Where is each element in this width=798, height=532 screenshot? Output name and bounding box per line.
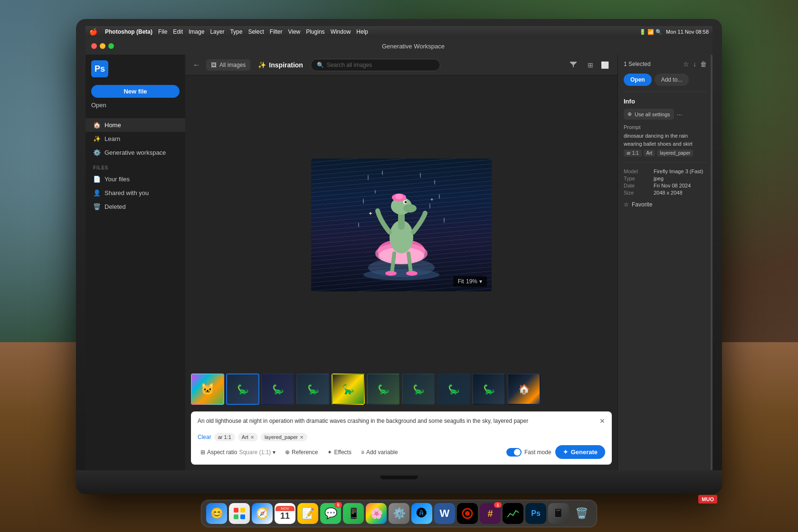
dock-slack[interactable]: # 1 bbox=[480, 503, 501, 524]
aspect-ratio-button[interactable]: ⊞ Aspect ratio Square (1:1) ▾ bbox=[198, 447, 278, 457]
menu-select[interactable]: Select bbox=[248, 28, 264, 35]
thumbnail-8[interactable]: 🦕 bbox=[437, 373, 470, 405]
thumbnail-2[interactable]: 🦕 bbox=[226, 373, 259, 405]
filter-button[interactable] bbox=[566, 58, 581, 71]
prompt-text: An old lighthouse at night in operation … bbox=[198, 417, 596, 425]
prompt-label: Prompt bbox=[624, 124, 707, 130]
svg-point-8 bbox=[403, 204, 417, 213]
thumbnail-5[interactable]: 🦕 bbox=[332, 373, 365, 405]
view-toggle: ⊞ ⬜ bbox=[585, 59, 612, 71]
info-section: Info ⊕ Use all settings ··· Prompt dinos… bbox=[624, 98, 707, 157]
dock-calendar[interactable]: NOV 11 bbox=[275, 503, 295, 524]
dock-safari[interactable]: 🧭 bbox=[252, 503, 273, 524]
add-variable-button[interactable]: ≡ Add variable bbox=[358, 447, 401, 457]
thumbnail-3[interactable]: 🦕 bbox=[261, 373, 294, 405]
menu-file[interactable]: File bbox=[158, 28, 167, 35]
all-images-button[interactable]: 🖼 All images bbox=[206, 59, 250, 71]
reference-button[interactable]: ⊕ Reference bbox=[282, 447, 321, 457]
panel-tag-ar: ar 1:1 bbox=[624, 149, 642, 157]
sparkle-icon: ✨ bbox=[258, 61, 266, 69]
fit-control[interactable]: Fit 19% ▾ bbox=[453, 276, 487, 287]
inspiration-tab[interactable]: ✨ Inspiration bbox=[254, 59, 307, 71]
clear-button[interactable]: Clear bbox=[198, 434, 211, 440]
dock-messages[interactable]: 💬 5 bbox=[320, 503, 341, 524]
right-panel: 1 Selected ☆ ↓ 🗑 Open Add to... bbox=[618, 55, 712, 470]
files-section-label: FILES bbox=[86, 159, 185, 172]
dock-photoshop[interactable]: Ps bbox=[525, 503, 546, 524]
thumbnail-7[interactable]: 🦕 bbox=[402, 373, 435, 405]
search-icon: 🔍 bbox=[317, 62, 324, 68]
grid-view-button[interactable]: ⊞ bbox=[585, 59, 596, 71]
thumbnail-9[interactable]: 🦕 bbox=[472, 373, 505, 405]
menu-view[interactable]: View bbox=[288, 28, 300, 35]
more-options-button[interactable]: ··· bbox=[677, 111, 683, 118]
delete-icon[interactable]: 🗑 bbox=[700, 60, 707, 68]
star-icon[interactable]: ☆ bbox=[683, 60, 689, 68]
sidebar-item-shared[interactable]: 👤 Shared with you bbox=[86, 186, 185, 200]
svg-point-12 bbox=[395, 194, 403, 199]
dock-system-prefs[interactable]: ⚙️ bbox=[389, 503, 409, 524]
fast-mode-toggle[interactable]: Fast mode bbox=[506, 448, 551, 457]
dock-finder[interactable]: 😊 bbox=[206, 503, 227, 524]
thumbnail-6[interactable]: 🦕 bbox=[367, 373, 400, 405]
maximize-button[interactable] bbox=[108, 43, 114, 49]
dock-davinci[interactable] bbox=[457, 503, 478, 524]
add-to-button[interactable]: Add to... bbox=[655, 74, 689, 86]
menu-image[interactable]: Image bbox=[189, 28, 204, 35]
minimize-button[interactable] bbox=[100, 43, 105, 49]
generate-button[interactable]: ✦ Generate bbox=[555, 445, 605, 459]
menu-layer[interactable]: Layer bbox=[210, 28, 224, 35]
dock-stocks[interactable] bbox=[503, 503, 523, 524]
open-button[interactable]: Open bbox=[624, 74, 652, 86]
main-image-container: ✦ ✦ Fit 19% ▾ bbox=[191, 81, 612, 369]
menu-filter[interactable]: Filter bbox=[270, 28, 283, 35]
menu-plugins[interactable]: Plugins bbox=[306, 28, 324, 35]
prompt-tags: Clear ar 1:1 Art ✕ layered_paper bbox=[198, 433, 605, 441]
menu-help[interactable]: Help bbox=[356, 28, 368, 35]
images-icon: 🖼 bbox=[211, 62, 217, 68]
open-link[interactable]: Open bbox=[91, 100, 180, 111]
model-label: Model bbox=[624, 168, 652, 174]
dock-notes[interactable]: 📝 bbox=[297, 503, 318, 524]
favorite-button[interactable]: ☆ Favorite bbox=[624, 201, 707, 208]
thumbnail-4[interactable]: 🦕 bbox=[296, 373, 330, 405]
sidebar-item-deleted[interactable]: 🗑️ Deleted bbox=[86, 200, 185, 214]
apple-menu[interactable]: 🍎 bbox=[89, 28, 97, 36]
back-button[interactable]: ← bbox=[191, 59, 202, 71]
home-icon: 🏠 bbox=[93, 121, 101, 129]
dock-app-store[interactable]: 🅐 bbox=[411, 503, 432, 524]
dock-photos[interactable]: 🌸 bbox=[366, 503, 387, 524]
dock-launchpad[interactable] bbox=[229, 503, 250, 524]
size-value: 2048 x 2048 bbox=[654, 190, 707, 196]
new-file-button[interactable]: New file bbox=[91, 85, 180, 98]
main-image[interactable]: ✦ ✦ Fit 19% ▾ bbox=[311, 159, 492, 291]
download-icon[interactable]: ↓ bbox=[693, 60, 696, 68]
dock-word[interactable]: W bbox=[434, 503, 455, 524]
thumbnail-1[interactable]: 🐱 bbox=[191, 373, 224, 405]
sidebar-item-home[interactable]: 🏠 Home bbox=[86, 118, 185, 132]
tag-layered-paper-remove[interactable]: ✕ bbox=[300, 435, 304, 440]
search-bar[interactable]: 🔍 Search all images bbox=[311, 59, 441, 71]
single-view-button[interactable]: ⬜ bbox=[598, 59, 612, 71]
dock-trash[interactable]: 🗑️ bbox=[571, 503, 592, 524]
sidebar-item-generative-workspace[interactable]: ⚙️ Generative workspace bbox=[86, 146, 185, 159]
main-content: ← 🖼 All images ✨ Inspiration 🔍 Search al… bbox=[185, 55, 618, 470]
dock-phone[interactable]: 📱 bbox=[343, 503, 364, 524]
dock-calculator[interactable]: 🖩 bbox=[548, 503, 569, 524]
generative-icon: ⚙️ bbox=[93, 149, 101, 156]
fast-mode-switch[interactable] bbox=[506, 448, 522, 457]
sidebar-item-learn[interactable]: ✨ Learn bbox=[86, 132, 185, 146]
panel-scrollbar[interactable] bbox=[711, 55, 712, 470]
app-name[interactable]: Photoshop (Beta) bbox=[105, 28, 152, 35]
menu-window[interactable]: Window bbox=[331, 28, 351, 35]
svg-point-24 bbox=[444, 217, 445, 223]
prompt-close-button[interactable]: ✕ bbox=[599, 417, 605, 425]
tag-art-remove[interactable]: ✕ bbox=[250, 435, 254, 440]
menu-edit[interactable]: Edit bbox=[173, 28, 183, 35]
use-settings-button[interactable]: ⊕ Use all settings bbox=[624, 109, 674, 120]
close-button[interactable] bbox=[91, 43, 97, 49]
thumbnail-lighthouse[interactable]: 🏠 bbox=[507, 373, 541, 405]
effects-button[interactable]: ✦ Effects bbox=[324, 447, 354, 457]
menu-type[interactable]: Type bbox=[230, 28, 242, 35]
sidebar-item-your-files[interactable]: 📄 Your files bbox=[86, 172, 185, 186]
